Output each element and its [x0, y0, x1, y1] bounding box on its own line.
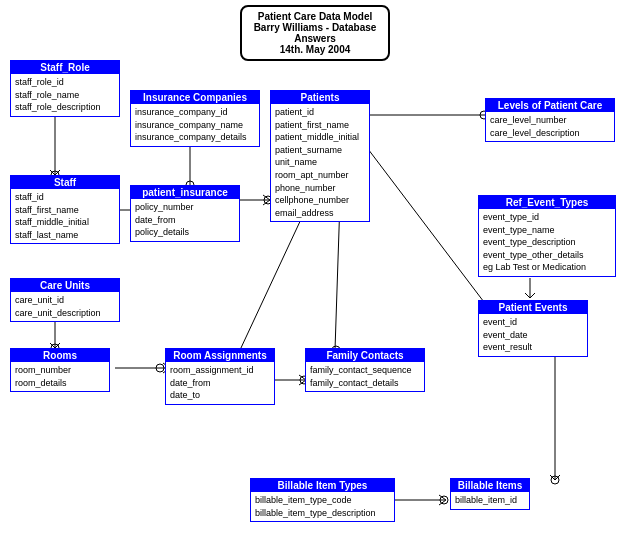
entity-staff-role-body: staff_role_id staff_role_name staff_role…: [11, 74, 119, 116]
svg-line-8: [263, 195, 270, 200]
diagram-container: Patient Care Data Model Barry Williams -…: [0, 0, 624, 546]
entity-insurance-companies-body: insurance_company_id insurance_company_n…: [131, 104, 259, 146]
entity-care-units-body: care_unit_id care_unit_description: [11, 292, 119, 321]
entity-family-contacts: Family Contacts family_contact_sequence …: [305, 348, 425, 392]
svg-line-9: [263, 200, 270, 205]
entity-levels-body: care_level_number care_level_description: [486, 112, 614, 141]
entity-patients: Patients patient_id patient_first_name p…: [270, 90, 370, 222]
svg-point-24: [156, 364, 164, 372]
entity-insurance-companies-title: Insurance Companies: [131, 91, 259, 104]
entity-staff-body: staff_id staff_first_name staff_middle_i…: [11, 189, 119, 243]
svg-point-34: [551, 476, 559, 484]
entity-staff: Staff staff_id staff_first_name staff_mi…: [10, 175, 120, 244]
entity-staff-title: Staff: [11, 176, 119, 189]
entity-ref-event-types: Ref_Event_Types event_type_id event_type…: [478, 195, 616, 277]
entity-rooms-body: room_number room_details: [11, 362, 109, 391]
entity-rooms: Rooms room_number room_details: [10, 348, 110, 392]
entity-billable-item-types-title: Billable Item Types: [251, 479, 394, 492]
entity-family-contacts-body: family_contact_sequence family_contact_d…: [306, 362, 424, 391]
svg-line-35: [550, 475, 555, 480]
entity-billable-item-types-body: billable_item_type_code billable_item_ty…: [251, 492, 394, 521]
svg-line-12: [365, 145, 490, 310]
entity-billable-items-body: billable_item_id: [451, 492, 529, 509]
svg-line-15: [525, 293, 530, 298]
title-box: Patient Care Data Model Barry Williams -…: [240, 5, 390, 61]
entity-levels-of-patient-care: Levels of Patient Care care_level_number…: [485, 98, 615, 142]
entity-billable-item-types: Billable Item Types billable_item_type_c…: [250, 478, 395, 522]
entity-ref-event-types-body: event_type_id event_type_name event_type…: [479, 209, 615, 276]
svg-line-26: [335, 200, 340, 350]
svg-line-36: [555, 475, 560, 480]
entity-patient-insurance-body: policy_number date_from policy_details: [131, 199, 239, 241]
entity-staff-role: Staff_Role staff_role_id staff_role_name…: [10, 60, 120, 117]
entity-family-contacts-title: Family Contacts: [306, 349, 424, 362]
title-line3: 14th. May 2004: [250, 44, 380, 55]
title-line1: Patient Care Data Model: [250, 11, 380, 22]
entity-billable-items-title: Billable Items: [451, 479, 529, 492]
svg-point-30: [440, 496, 448, 504]
entity-patients-title: Patients: [271, 91, 369, 104]
svg-line-31: [439, 495, 446, 500]
entity-room-assignments-title: Room Assignments: [166, 349, 274, 362]
entity-patient-events-body: event_id event_date event_result: [479, 314, 587, 356]
svg-line-16: [530, 293, 535, 298]
entity-levels-title: Levels of Patient Care: [486, 99, 614, 112]
entity-ref-event-types-title: Ref_Event_Types: [479, 196, 615, 209]
entity-staff-role-title: Staff_Role: [11, 61, 119, 74]
entity-patient-events-title: Patient Events: [479, 301, 587, 314]
entity-room-assignments: Room Assignments room_assignment_id date…: [165, 348, 275, 405]
entity-patients-body: patient_id patient_first_name patient_mi…: [271, 104, 369, 221]
entity-billable-items: Billable Items billable_item_id: [450, 478, 530, 510]
entity-insurance-companies: Insurance Companies insurance_company_id…: [130, 90, 260, 147]
entity-patient-events: Patient Events event_id event_date event…: [478, 300, 588, 357]
entity-care-units: Care Units care_unit_id care_unit_descri…: [10, 278, 120, 322]
entity-room-assignments-body: room_assignment_id date_from date_to: [166, 362, 274, 404]
entity-patient-insurance-title: patient_insurance: [131, 186, 239, 199]
entity-care-units-title: Care Units: [11, 279, 119, 292]
title-line2: Barry Williams - Database Answers: [250, 22, 380, 44]
svg-line-25: [240, 200, 310, 350]
entity-rooms-title: Rooms: [11, 349, 109, 362]
entity-patient-insurance: patient_insurance policy_number date_fro…: [130, 185, 240, 242]
svg-line-32: [439, 500, 446, 505]
